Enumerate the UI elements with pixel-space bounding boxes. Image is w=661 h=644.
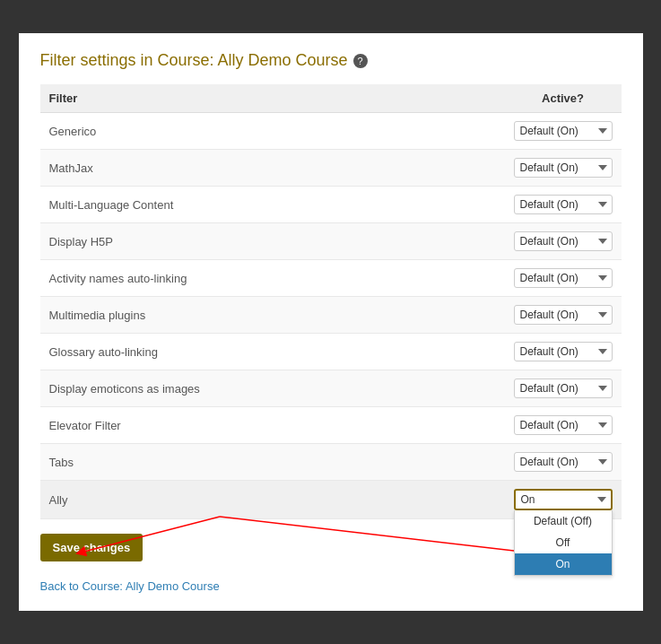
dropdown-item[interactable]: On	[515, 553, 612, 575]
filter-name: Glossary auto-linking	[40, 334, 505, 370]
filter-name: Ally	[40, 481, 505, 519]
filter-active-cell: Default (On)	[505, 407, 622, 444]
filter-select[interactable]: Default (On)	[514, 231, 613, 251]
filter-name: Display emoticons as images	[40, 370, 505, 407]
filter-select[interactable]: Default (On)	[514, 379, 613, 398]
table-header-row: Filter Active?	[40, 84, 622, 113]
filter-name: Multimedia plugins	[40, 297, 505, 334]
table-row: AllyOnDefault (Off)OffOn	[40, 481, 622, 519]
filter-table: Filter Active? GenericoDefault (On)MathJ…	[40, 84, 622, 519]
table-row: Elevator FilterDefault (On)	[40, 407, 622, 444]
ally-filter-select[interactable]: On	[514, 489, 613, 510]
filter-select[interactable]: Default (On)	[514, 342, 613, 361]
filter-name: MathJax	[40, 150, 505, 187]
table-row: TabsDefault (On)	[40, 444, 622, 481]
active-column-header: Active?	[505, 84, 622, 113]
table-row: Glossary auto-linkingDefault (On)	[40, 334, 622, 370]
filter-name: Tabs	[40, 444, 505, 481]
filter-name: Display H5P	[40, 223, 505, 260]
filter-name: Generico	[40, 113, 505, 150]
filter-select[interactable]: Default (On)	[514, 415, 613, 435]
filter-active-cell: Default (On)	[505, 334, 622, 370]
filter-active-cell: Default (On)	[505, 223, 622, 260]
filter-select[interactable]: Default (On)	[514, 158, 613, 178]
table-row: Display H5PDefault (On)	[40, 223, 622, 260]
filter-select[interactable]: Default (On)	[514, 452, 613, 472]
main-container: Filter settings in Course: Ally Demo Cou…	[17, 31, 645, 613]
save-button[interactable]: Save changes	[40, 534, 144, 561]
table-row: Activity names auto-linkingDefault (On)	[40, 260, 622, 297]
dropdown-item[interactable]: Off	[515, 532, 612, 553]
table-row: Multimedia pluginsDefault (On)	[40, 297, 622, 334]
filter-select[interactable]: Default (On)	[514, 121, 613, 141]
filter-name: Activity names auto-linking	[40, 260, 505, 297]
table-row: GenericoDefault (On)	[40, 113, 622, 150]
filter-active-cell: Default (On)	[505, 187, 622, 223]
filter-active-cell: OnDefault (Off)OffOn	[505, 481, 622, 519]
ally-dropdown-popup: Default (Off)OffOn	[514, 510, 613, 576]
table-row: Display emoticons as imagesDefault (On)	[40, 370, 622, 407]
filter-select[interactable]: Default (On)	[514, 195, 613, 214]
filter-active-cell: Default (On)	[505, 113, 622, 150]
page-title: Filter settings in Course: Ally Demo Cou…	[40, 51, 622, 70]
filter-active-cell: Default (On)	[505, 260, 622, 297]
title-text: Filter settings in Course: Ally Demo Cou…	[40, 51, 348, 70]
filter-active-cell: Default (On)	[505, 297, 622, 334]
dropdown-item[interactable]: Default (Off)	[515, 510, 612, 532]
filter-active-cell: Default (On)	[505, 150, 622, 187]
filter-select[interactable]: Default (On)	[514, 305, 613, 325]
table-row: Multi-Language ContentDefault (On)	[40, 187, 622, 223]
filter-active-cell: Default (On)	[505, 370, 622, 407]
filter-active-cell: Default (On)	[505, 444, 622, 481]
filter-select[interactable]: Default (On)	[514, 268, 613, 288]
help-icon[interactable]: ?	[353, 54, 368, 68]
back-link[interactable]: Back to Course: Ally Demo Course	[40, 579, 622, 593]
filter-name: Multi-Language Content	[40, 187, 505, 223]
filter-column-header: Filter	[40, 84, 505, 113]
table-row: MathJaxDefault (On)	[40, 150, 622, 187]
filter-name: Elevator Filter	[40, 407, 505, 444]
ally-select-wrapper: OnDefault (Off)OffOn	[514, 489, 613, 510]
